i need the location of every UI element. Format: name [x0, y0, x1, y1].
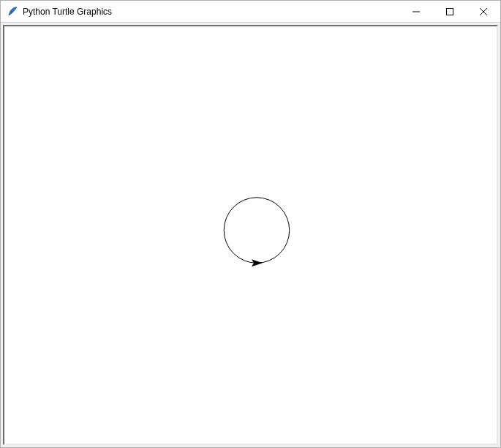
svg-rect-1 — [447, 8, 453, 15]
maximize-icon — [446, 8, 453, 15]
close-button[interactable] — [467, 1, 500, 22]
minimize-icon — [413, 8, 420, 15]
turtle-canvas — [3, 25, 498, 445]
feather-icon — [7, 6, 18, 18]
app-window: Python Turtle Graphics — [0, 0, 501, 448]
titlebar[interactable]: Python Turtle Graphics — [1, 1, 500, 23]
canvas-frame — [1, 23, 500, 447]
window-controls — [399, 1, 500, 22]
minimize-button[interactable] — [399, 1, 433, 22]
close-icon — [480, 8, 487, 15]
drawn-circle — [224, 198, 290, 264]
window-title: Python Turtle Graphics — [23, 7, 399, 17]
maximize-button[interactable] — [433, 1, 467, 22]
drawing-surface — [4, 26, 497, 444]
